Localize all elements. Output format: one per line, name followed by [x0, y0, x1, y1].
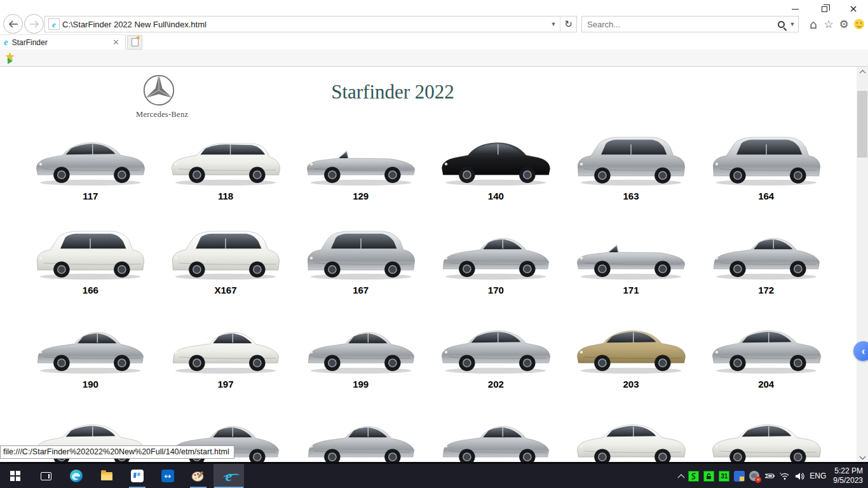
navigation-bar: e ▼ ↻ ▼ ⌂ ☆ ⚙ [0, 14, 868, 34]
hidden-icons-chevron-up[interactable] [678, 474, 685, 481]
taskbar-trello-app-button[interactable] [122, 464, 153, 488]
car-model-label: 203 [623, 379, 639, 394]
smiley-feedback-icon[interactable] [851, 17, 867, 32]
scrollbar-thumb[interactable] [857, 91, 867, 158]
car-model-X167[interactable]: X167 [158, 216, 294, 310]
new-tab-button[interactable] [127, 35, 142, 50]
search-input[interactable] [582, 20, 778, 29]
settings-gear-icon[interactable]: ⚙ [836, 17, 851, 32]
wifi-icon[interactable]: * [779, 471, 790, 482]
tab-bar: e StarFinder ✕ [0, 34, 868, 50]
car-model-199[interactable]: 199 [293, 310, 428, 404]
car-model-label: 164 [758, 191, 774, 206]
car-model-129[interactable]: 129 [293, 122, 428, 216]
add-to-favorites-bar-icon[interactable]: ★ [5, 52, 18, 64]
car-model-190[interactable]: 190 [23, 310, 158, 404]
car-model-label: 197 [217, 379, 233, 394]
car-model-170[interactable]: 170 [428, 216, 564, 310]
car-photo [166, 219, 285, 283]
car-model-118[interactable]: 118 [158, 122, 294, 216]
close-button[interactable]: × [839, 0, 868, 18]
car-photo [707, 313, 826, 377]
page-title: Starfinder 2022 [0, 81, 785, 104]
car-model-203[interactable]: 203 [564, 310, 699, 404]
new-tab-icon [132, 38, 139, 46]
car-model-partial[interactable] [698, 404, 834, 462]
car-model-163[interactable]: 163 [564, 122, 699, 216]
car-model-202[interactable]: 202 [428, 310, 564, 404]
restore-icon [822, 6, 827, 12]
green-calendar-icon[interactable]: 31 [719, 471, 729, 482]
taskbar-edge-button[interactable] [61, 464, 92, 488]
system-tray: 31 * ENG 5:22 PM 9/5/2023 [679, 464, 868, 488]
file-explorer-icon [101, 472, 112, 480]
tab-favicon-ie: e [4, 37, 8, 47]
search-icon[interactable] [778, 21, 785, 28]
car-model-117[interactable]: 117 [23, 122, 158, 216]
side-panel-toggle-button[interactable]: ‹ [853, 341, 868, 361]
car-model-partial[interactable] [293, 404, 428, 462]
minimize-button[interactable] [780, 0, 810, 18]
vertical-scrollbar[interactable] [857, 67, 868, 462]
tab-close-icon[interactable]: ✕ [111, 37, 121, 47]
car-photo [707, 125, 826, 189]
car-model-label: 204 [758, 379, 774, 394]
green-serial-icon[interactable] [688, 471, 699, 482]
refresh-icon[interactable]: ↻ [560, 17, 576, 32]
favorites-star-icon[interactable]: ☆ [821, 17, 836, 32]
browser-chrome: × e ▼ ↻ ▼ ⌂ ☆ ⚙ e [0, 0, 868, 67]
power-plug-icon[interactable] [764, 471, 775, 482]
scroll-up-button[interactable] [857, 67, 868, 78]
window-controls: × [780, 0, 868, 18]
search-dropdown-icon[interactable]: ▼ [787, 21, 798, 27]
search-box[interactable]: ▼ [581, 16, 799, 32]
car-model-204[interactable]: 204 [698, 310, 834, 404]
language-indicator[interactable]: ENG [810, 471, 826, 480]
back-button[interactable] [3, 14, 23, 34]
windows-logo-icon [10, 471, 20, 481]
car-model-197[interactable]: 197 [158, 310, 294, 404]
address-input[interactable] [62, 17, 547, 32]
windows-taskbar: ↔ e 31 * ENG 5:22 PM [0, 464, 868, 488]
car-photo [31, 219, 150, 283]
home-icon[interactable]: ⌂ [806, 17, 821, 32]
back-arrow-icon [8, 20, 18, 28]
car-model-partial[interactable] [564, 404, 699, 462]
clock[interactable]: 5:22 PM 9/5/2023 [831, 466, 863, 485]
taskbar-teamviewer-button[interactable]: ↔ [153, 464, 183, 488]
car-photo [301, 313, 421, 377]
scroll-down-button[interactable] [857, 451, 868, 462]
smiley-face [854, 19, 864, 29]
status-bar-link-preview: file:///C:/StarFinder%202022%20New%20Ful… [0, 445, 234, 459]
car-model-140[interactable]: 140 [428, 122, 564, 216]
edge-icon [69, 469, 83, 483]
taskbar-file-explorer-button[interactable] [92, 464, 122, 488]
tab-starfinder[interactable]: e StarFinder ✕ [0, 34, 126, 50]
volume-icon[interactable] [794, 471, 805, 482]
car-model-label: 117 [83, 191, 98, 206]
car-model-label: 202 [488, 379, 504, 394]
ie-page-icon: e [48, 18, 60, 30]
vmware-icon[interactable] [734, 471, 745, 482]
car-model-167[interactable]: 167 [293, 216, 428, 310]
trello-app-icon [131, 470, 144, 482]
globe-error-icon[interactable] [749, 471, 759, 481]
green-lock-icon[interactable] [703, 471, 714, 482]
taskbar-internet-explorer-button[interactable]: e [214, 464, 244, 488]
address-dropdown-icon[interactable]: ▼ [547, 17, 560, 32]
car-model-label: X167 [214, 285, 236, 300]
car-model-171[interactable]: 171 [564, 216, 699, 310]
car-model-166[interactable]: 166 [23, 216, 158, 310]
car-model-164[interactable]: 164 [698, 122, 834, 216]
task-view-button[interactable] [31, 464, 61, 488]
paint-icon [191, 470, 205, 482]
taskbar-paint-button[interactable] [183, 464, 214, 488]
car-model-label: 167 [353, 285, 369, 300]
car-model-172[interactable]: 172 [698, 216, 834, 310]
address-bar[interactable]: e ▼ ↻ [44, 16, 577, 32]
restore-button[interactable] [810, 0, 839, 18]
forward-button[interactable] [24, 14, 44, 34]
car-photo [166, 313, 285, 377]
car-model-partial[interactable] [428, 404, 564, 462]
start-button[interactable] [0, 464, 31, 488]
